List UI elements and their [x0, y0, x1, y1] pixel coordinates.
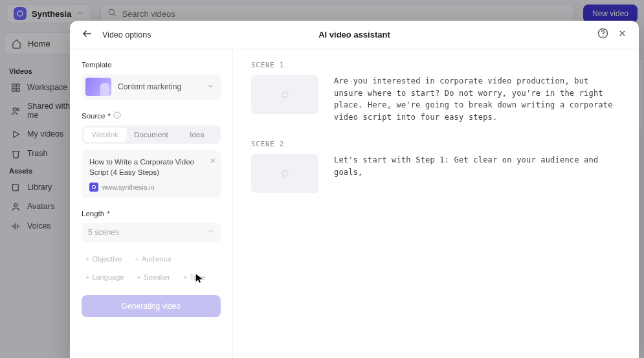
remove-source-icon[interactable]: ×: [210, 155, 216, 166]
scene-thumb[interactable]: [251, 75, 318, 114]
chip-language[interactable]: +Language: [82, 271, 128, 284]
close-icon[interactable]: [617, 28, 627, 41]
plus-icon: +: [135, 255, 139, 263]
template-select[interactable]: Content marketing: [82, 74, 221, 100]
modal-header: Video options AI video assistant: [70, 21, 639, 49]
plus-icon: +: [137, 273, 140, 281]
scene-thumb[interactable]: [251, 154, 318, 193]
right-panel: SCENE 1 Are you interested in corporate …: [233, 49, 639, 358]
scene-text[interactable]: Are you interested in corporate video pr…: [334, 75, 621, 123]
tab-weblink[interactable]: Weblink: [83, 128, 127, 142]
sparkle-icon: [280, 89, 290, 100]
help-icon[interactable]: [597, 28, 608, 41]
tab-document[interactable]: Document: [129, 128, 173, 142]
plus-icon: +: [183, 273, 187, 281]
sparkle-icon: [280, 168, 290, 179]
chip-objective[interactable]: +Objective: [82, 252, 126, 265]
back-arrow-icon[interactable]: [82, 28, 93, 42]
source-title: How to Write a Corporate Video Script (4…: [89, 157, 213, 177]
generate-button[interactable]: Generating video: [82, 295, 221, 317]
length-select[interactable]: 5 scenes: [82, 223, 221, 242]
plus-icon: +: [85, 255, 89, 263]
video-options-label: Video options: [102, 30, 151, 39]
scene-label: SCENE 2: [251, 140, 621, 148]
ai-assistant-modal: Video options AI video assistant Templat…: [70, 21, 639, 358]
modal-title: AI video assistant: [318, 30, 390, 39]
chip-audience[interactable]: +Audience: [131, 252, 175, 265]
template-thumb-icon: [85, 78, 111, 96]
source-card: How to Write a Corporate Video Script (4…: [82, 150, 221, 198]
scene-label: SCENE 1: [251, 61, 621, 69]
chevron-down-icon: [207, 228, 214, 237]
scene-row: Let's start with Step 1: Get clear on yo…: [251, 154, 621, 193]
source-domain-row: www.synthesia.io: [89, 183, 213, 192]
favicon-icon: [89, 183, 98, 192]
tab-idea[interactable]: Idea: [175, 128, 219, 142]
info-icon[interactable]: [113, 111, 121, 120]
source-domain: www.synthesia.io: [102, 183, 155, 191]
scene-text[interactable]: Let's start with Step 1: Get clear on yo…: [334, 154, 621, 178]
svg-point-13: [603, 36, 603, 36]
chip-speaker[interactable]: +Speaker: [133, 271, 173, 284]
chip-tone[interactable]: +Tone: [179, 271, 209, 284]
template-label: Template: [82, 61, 221, 69]
source-tabs: Weblink Document Idea: [82, 126, 221, 144]
source-label: Source*: [82, 111, 221, 120]
template-name: Content marketing: [118, 82, 200, 91]
length-label: Length*: [82, 210, 221, 218]
svg-point-19: [92, 186, 95, 189]
chevron-down-icon: [206, 81, 214, 93]
scene-row: Are you interested in corporate video pr…: [251, 75, 621, 123]
option-chips: +Objective +Audience +Language +Speaker …: [82, 252, 221, 284]
left-panel: Template Content marketing Source* Webli…: [70, 49, 233, 358]
length-value: 5 scenes: [88, 228, 119, 237]
plus-icon: +: [85, 273, 89, 281]
